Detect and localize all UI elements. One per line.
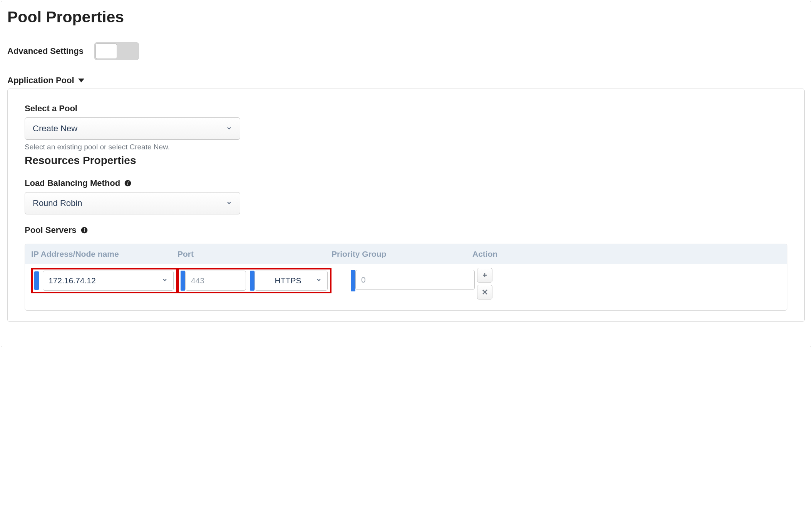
- action-cell: + ✕: [475, 268, 781, 299]
- plus-icon: +: [482, 271, 487, 280]
- protocol-wrap: HTTPS: [250, 271, 328, 291]
- chevron-down-icon: [316, 277, 322, 285]
- port-highlight: 443 HTTPS: [177, 268, 331, 293]
- lb-method-label: Load Balancing Method i: [25, 178, 787, 188]
- ip-node-select[interactable]: 172.16.74.12: [43, 271, 174, 291]
- accent-bar: [351, 270, 355, 291]
- accent-bar: [250, 271, 254, 291]
- lb-method-label-text: Load Balancing Method: [25, 178, 120, 188]
- port-cell: 443 HTTPS: [177, 268, 331, 293]
- pool-servers-label: Pool Servers i: [25, 225, 787, 235]
- advanced-settings-row: Advanced Settings: [7, 42, 805, 60]
- select-pool-label: Select a Pool: [25, 104, 787, 114]
- chevron-down-icon: [226, 198, 232, 208]
- accent-bar: [34, 271, 39, 290]
- lb-method-dropdown[interactable]: Round Robin: [25, 192, 240, 214]
- chevron-down-icon: [162, 277, 168, 285]
- ip-highlight: 172.16.74.12: [31, 268, 177, 293]
- pool-servers-table: IP Address/Node name Port Priority Group…: [25, 244, 787, 311]
- page-title: Pool Properties: [7, 8, 805, 26]
- advanced-settings-toggle[interactable]: [94, 42, 139, 60]
- application-pool-panel: Select a Pool Create New Select an exist…: [7, 89, 805, 322]
- select-pool-dropdown[interactable]: Create New: [25, 117, 240, 140]
- col-pg-header: Priority Group: [331, 249, 470, 259]
- protocol-value: HTTPS: [260, 276, 316, 285]
- info-icon[interactable]: i: [124, 179, 132, 187]
- port-value: 443: [191, 276, 240, 285]
- resources-properties-heading: Resources Properties: [25, 154, 787, 167]
- lb-method-group: Load Balancing Method i Round Robin: [25, 178, 787, 214]
- table-row: 172.16.74.12 443: [25, 264, 787, 310]
- col-port-header: Port: [177, 249, 331, 259]
- remove-row-button[interactable]: ✕: [477, 285, 492, 299]
- priority-group-cell: 0: [331, 268, 475, 293]
- port-input-wrap: 443: [181, 271, 246, 291]
- table-header-row: IP Address/Node name Port Priority Group…: [25, 244, 787, 264]
- select-pool-helper: Select an existing pool or select Create…: [25, 143, 787, 151]
- lb-method-value: Round Robin: [33, 198, 82, 208]
- caret-down-icon: [78, 79, 84, 82]
- ip-node-value: 172.16.74.12: [49, 276, 162, 285]
- accent-bar: [181, 271, 185, 291]
- col-ip-header: IP Address/Node name: [31, 249, 177, 259]
- priority-group-value: 0: [361, 275, 469, 284]
- priority-group-wrap: 0: [351, 268, 475, 293]
- protocol-select[interactable]: HTTPS: [254, 271, 328, 291]
- application-pool-heading-label: Application Pool: [7, 75, 74, 85]
- select-pool-group: Select a Pool Create New Select an exist…: [25, 104, 787, 151]
- pool-properties-panel: Pool Properties Advanced Settings Applic…: [1, 1, 811, 347]
- col-action-header: Action: [470, 249, 781, 259]
- advanced-settings-label: Advanced Settings: [7, 46, 84, 56]
- add-row-button[interactable]: +: [477, 268, 492, 283]
- select-pool-value: Create New: [33, 124, 77, 134]
- port-input[interactable]: 443: [185, 271, 246, 291]
- ip-cell: 172.16.74.12: [31, 268, 177, 293]
- priority-group-input[interactable]: 0: [355, 270, 475, 290]
- chevron-down-icon: [226, 124, 232, 134]
- application-pool-heading[interactable]: Application Pool: [7, 75, 84, 85]
- toggle-knob: [95, 43, 117, 59]
- info-icon[interactable]: i: [80, 226, 88, 234]
- close-icon: ✕: [482, 288, 488, 297]
- pool-servers-label-text: Pool Servers: [25, 225, 77, 235]
